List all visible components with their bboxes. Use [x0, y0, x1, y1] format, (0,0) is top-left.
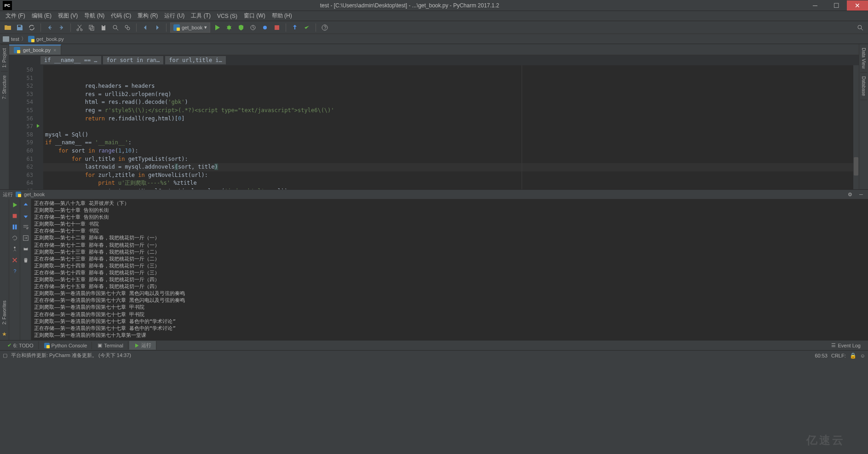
dump-button[interactable]: [11, 245, 19, 253]
close-tab-icon[interactable]: ×: [53, 47, 56, 53]
line-separator[interactable]: CRLF:: [831, 353, 846, 358]
breadcrumb-file[interactable]: get_book.py: [28, 36, 64, 42]
lock-icon[interactable]: 🔒: [850, 352, 857, 359]
cursor-position[interactable]: 60:53: [815, 353, 828, 358]
event-log-tab[interactable]: ☰ Event Log: [827, 341, 865, 349]
clear-button[interactable]: [22, 256, 30, 264]
menu-navigate[interactable]: 导航 (N): [81, 11, 107, 21]
vcs-update-button[interactable]: [290, 23, 300, 33]
favorites-tool-tab[interactable]: 2: Favorites: [1, 297, 8, 328]
python-icon: [173, 24, 180, 31]
dataview-tool-tab[interactable]: Data View: [860, 44, 867, 73]
left-favorites-strip: 2: Favorites ★: [0, 199, 9, 340]
cut-button[interactable]: [75, 23, 85, 33]
svg-rect-18: [12, 225, 14, 230]
maximize-button[interactable]: ☐: [826, 0, 847, 11]
restart-button[interactable]: [11, 234, 19, 242]
python-icon: [28, 36, 34, 42]
database-tool-tab[interactable]: Database: [860, 73, 867, 100]
run-button[interactable]: [212, 23, 222, 33]
pause-button[interactable]: [11, 223, 19, 231]
python-icon: [14, 47, 20, 53]
svg-point-20: [14, 247, 16, 249]
down-button[interactable]: [22, 212, 30, 220]
menu-run[interactable]: 运行 (U): [161, 11, 187, 21]
menu-view[interactable]: 视图 (V): [55, 11, 80, 21]
minimize-panel-icon[interactable]: ─: [857, 190, 865, 199]
sync-button[interactable]: [27, 23, 37, 33]
help-button[interactable]: ?: [11, 267, 19, 275]
vcs-commit-button[interactable]: [302, 23, 312, 33]
terminal-icon: ▣: [98, 342, 102, 348]
svg-point-7: [113, 25, 117, 29]
gear-icon[interactable]: ⚙: [846, 190, 854, 199]
stop-button[interactable]: [11, 212, 19, 220]
coverage-button[interactable]: [236, 23, 246, 33]
menu-refactor[interactable]: 重构 (R): [135, 11, 161, 21]
code-content[interactable]: req.headers = headers res = urllib2.urlo…: [43, 65, 859, 189]
run-config-selector[interactable]: get_book ▾: [170, 23, 210, 33]
open-button[interactable]: [3, 23, 13, 33]
scroll-end-button[interactable]: [22, 234, 30, 242]
status-bar: ▢ 平台和插件更新: PyCharm 准备更新。 (今天下 14:37) 60:…: [0, 350, 868, 360]
svg-rect-24: [24, 247, 27, 249]
soft-wrap-button[interactable]: [22, 223, 30, 231]
terminal-tab[interactable]: ▣ Terminal: [93, 341, 128, 349]
svg-rect-17: [12, 214, 17, 218]
menu-edit[interactable]: 编辑 (E): [29, 11, 54, 21]
menu-tools[interactable]: 工具 (T): [188, 11, 213, 21]
redo-button[interactable]: [57, 23, 67, 33]
print-button[interactable]: [22, 245, 30, 253]
run-panel-header: 运行 get_book ⚙ ─: [0, 190, 868, 199]
project-tool-tab[interactable]: 1: Project: [1, 44, 8, 71]
todo-tab[interactable]: ✔ 6: TODO: [3, 341, 39, 349]
menu-code[interactable]: 代码 (C): [108, 11, 134, 21]
star-icon: ★: [2, 331, 7, 337]
search-everywhere-button[interactable]: [855, 23, 865, 33]
menu-window[interactable]: 窗口 (W): [241, 11, 268, 21]
run-panel: 运行 get_book ⚙ ─ 2: Favorites ★ ? 正在存: [0, 189, 868, 340]
context-frame[interactable]: for sort in ran…: [103, 56, 164, 64]
menu-vcs[interactable]: VCS (S): [214, 12, 240, 20]
svg-rect-19: [15, 225, 17, 230]
find-button[interactable]: [110, 23, 121, 33]
context-frame[interactable]: for url,title i…: [165, 56, 226, 64]
replace-button[interactable]: [122, 23, 132, 33]
editor-tab[interactable]: get_book.py ×: [9, 45, 61, 55]
vertical-scrollbar[interactable]: [853, 65, 859, 189]
bottom-tool-tabs: ✔ 6: TODO Python Console ▣ Terminal 运行 ☰…: [0, 340, 868, 350]
close-button[interactable]: ✕: [847, 0, 868, 11]
window-title: test - [C:\Users\admin\Desktop\test] - .…: [15, 2, 805, 9]
debug-button[interactable]: [224, 23, 234, 33]
menu-file[interactable]: 文件 (F): [3, 11, 28, 21]
stop-button[interactable]: [272, 23, 282, 33]
structure-tool-tab[interactable]: 7: Structure: [1, 71, 8, 103]
separator: [316, 23, 316, 32]
log-icon: ☰: [831, 342, 836, 348]
copy-button[interactable]: [86, 23, 97, 33]
status-box-icon[interactable]: ▢: [3, 352, 7, 358]
context-frame[interactable]: if __name__ == …: [40, 56, 101, 64]
profile-button[interactable]: [248, 23, 258, 33]
status-message: 平台和插件更新: PyCharm 准备更新。 (今天下 14:37): [11, 352, 131, 359]
paste-button[interactable]: [98, 23, 109, 33]
python-console-tab[interactable]: Python Console: [40, 342, 92, 349]
minimize-button[interactable]: ─: [805, 0, 826, 11]
save-button[interactable]: [15, 23, 25, 33]
hector-icon[interactable]: ☺: [860, 353, 865, 358]
forward-button[interactable]: [152, 23, 162, 33]
run-tab[interactable]: 运行: [129, 341, 156, 350]
exit-button[interactable]: [11, 256, 19, 264]
editor-tabs: get_book.py ×: [9, 44, 859, 55]
undo-button[interactable]: [45, 23, 55, 33]
breadcrumb-project[interactable]: test 〉: [3, 35, 26, 42]
python-icon: [16, 192, 21, 197]
code-editor[interactable]: 50515253545556575859606162636465 req.hea…: [9, 65, 859, 189]
attach-button[interactable]: [260, 23, 270, 33]
rerun-button[interactable]: [11, 201, 19, 209]
menu-help[interactable]: 帮助 (H): [269, 11, 295, 21]
back-button[interactable]: [140, 23, 150, 33]
up-button[interactable]: [22, 201, 30, 209]
console-output[interactable]: 正在存储——第八十九章 花开彼岸天（下）正则爬取——第七十章 告别的长街正在存储…: [31, 199, 868, 340]
help-button[interactable]: ?: [320, 23, 330, 33]
